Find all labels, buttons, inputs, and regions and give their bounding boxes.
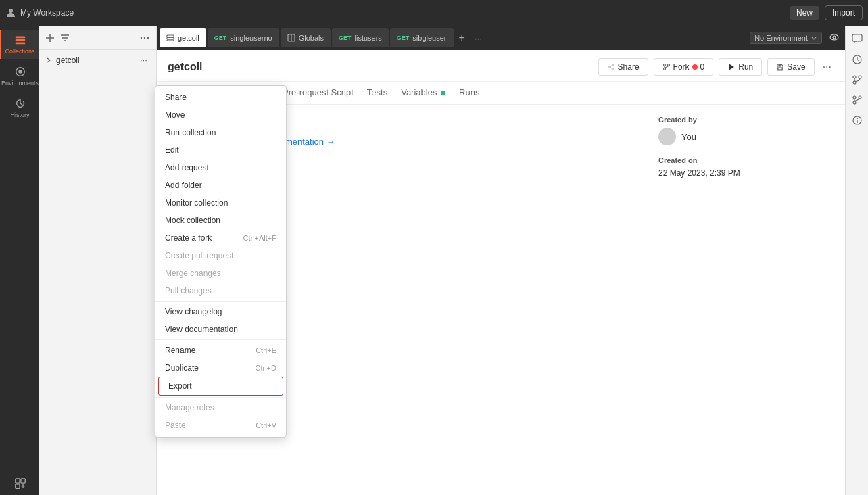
share-button[interactable]: Share — [598, 58, 648, 76]
sidebar-item-workspaces[interactable] — [0, 473, 39, 495]
svg-point-5 — [18, 70, 22, 73]
menu-item-view-changelog[interactable]: View changelog — [155, 303, 286, 321]
right-sidebar-history[interactable] — [849, 51, 865, 68]
history-label: History — [10, 112, 29, 118]
svg-line-33 — [665, 66, 669, 68]
tab-runs[interactable]: Runs — [459, 82, 479, 104]
request-title: getcoll — [168, 61, 593, 73]
right-sidebar — [845, 26, 868, 495]
menu-item-share[interactable]: Share — [155, 89, 286, 106]
tab-globals[interactable]: Globals — [281, 28, 331, 47]
menu-item-mock-collection[interactable]: Mock collection — [155, 212, 286, 229]
created-date: 22 May 2023, 2:39 PM — [658, 168, 834, 178]
svg-point-16 — [147, 37, 149, 38]
svg-line-27 — [610, 66, 612, 66]
svg-point-23 — [833, 36, 836, 39]
tabs-bar: getcoll GET singleuserno Globals GET lis… — [157, 26, 845, 50]
tab-getcoll[interactable]: getcoll — [160, 28, 206, 47]
fork-button[interactable]: Fork 0 — [654, 58, 714, 76]
filter-icon — [60, 33, 70, 43]
env-quick-look-button[interactable] — [826, 30, 842, 46]
svg-point-39 — [853, 76, 856, 78]
save-icon — [776, 63, 784, 71]
menu-item-monitor-collection[interactable]: Monitor collection — [155, 194, 286, 212]
share-icon — [607, 63, 615, 71]
svg-rect-7 — [20, 479, 24, 483]
avatar — [658, 128, 676, 145]
svg-point-25 — [608, 66, 610, 68]
svg-rect-37 — [852, 34, 862, 41]
tab-singleuser[interactable]: GET singleuserno — [208, 28, 279, 47]
creator-name: You — [681, 132, 696, 142]
sidebar-item-environments[interactable]: Environments — [0, 62, 39, 91]
sidebar-item-collections[interactable]: Collections — [0, 30, 39, 59]
workspaces-icon — [14, 477, 26, 490]
menu-item-export[interactable]: Export — [158, 377, 283, 396]
svg-point-41 — [859, 76, 861, 78]
svg-rect-19 — [167, 40, 174, 41]
add-tab-button[interactable]: + — [455, 30, 469, 45]
collection-tab-icon — [166, 34, 174, 42]
menu-item-move[interactable]: Move — [155, 106, 286, 124]
add-collection-button[interactable] — [44, 32, 56, 44]
menu-item-add-request[interactable]: Add request — [155, 159, 286, 176]
menu-item-view-documentation[interactable]: View documentation — [155, 321, 286, 338]
more-tabs-button[interactable]: ··· — [471, 32, 486, 45]
save-button[interactable]: Save — [767, 58, 814, 76]
sidebar-item-history[interactable]: History — [0, 93, 39, 122]
right-sidebar-comments[interactable] — [849, 31, 865, 47]
titlebar: My Workspace New Import — [0, 0, 868, 26]
run-button[interactable]: Run — [719, 58, 762, 76]
menu-item-pull-changes: Pull changes — [155, 282, 286, 300]
svg-rect-3 — [15, 43, 24, 45]
svg-rect-36 — [778, 68, 782, 70]
clock-icon — [852, 54, 863, 65]
created-by-section: Created by You — [658, 116, 834, 145]
tabs-right: No Environment — [750, 30, 842, 46]
tab-pre-request-script[interactable]: Pre-request Script — [283, 82, 354, 104]
more-options-button[interactable]: ··· — [820, 60, 834, 74]
menu-item-run-collection[interactable]: Run collection — [155, 124, 286, 141]
header-actions: Share Fork 0 Run — [598, 58, 834, 76]
collection-meta: Created by You Created on 22 May 2023, 2… — [658, 116, 834, 484]
collection-item[interactable]: getcoll ··· — [39, 50, 156, 70]
tab-tests[interactable]: Tests — [367, 82, 387, 104]
environments-icon — [14, 66, 26, 78]
svg-point-0 — [9, 9, 13, 13]
globals-tab-icon — [287, 34, 295, 42]
collections-panel: getcoll ··· Share Move Run collection Ed… — [39, 26, 157, 495]
menu-divider-3 — [155, 397, 286, 398]
context-menu: Share Move Run collection Edit Add reque… — [155, 85, 287, 438]
workspace-name: My Workspace — [20, 8, 74, 18]
svg-rect-1 — [15, 37, 24, 39]
menu-item-edit[interactable]: Edit — [155, 141, 286, 159]
filter-button[interactable] — [59, 32, 71, 44]
pull-request-icon — [852, 74, 863, 85]
import-button[interactable]: Import — [825, 5, 863, 20]
tab-variables[interactable]: Variables — [401, 82, 445, 104]
tab-listusers[interactable]: GET listusers — [332, 28, 389, 47]
menu-divider-2 — [155, 339, 286, 340]
right-sidebar-info[interactable] — [849, 112, 865, 128]
svg-point-44 — [859, 96, 861, 99]
menu-item-create-fork[interactable]: Create a fork Ctrl+Alt+F — [155, 229, 286, 247]
chevron-down-icon — [811, 34, 817, 41]
right-sidebar-forks[interactable] — [849, 92, 865, 108]
environment-selector[interactable]: No Environment — [750, 32, 822, 44]
svg-point-49 — [857, 118, 857, 119]
right-sidebar-pull-requests[interactable] — [849, 72, 865, 88]
svg-rect-8 — [15, 484, 19, 488]
menu-item-rename[interactable]: Rename Ctrl+E — [155, 341, 286, 359]
menu-item-add-folder[interactable]: Add folder — [155, 176, 286, 194]
more-collections-button[interactable] — [139, 32, 151, 44]
eye-icon — [829, 32, 840, 43]
fork-count: 0 — [700, 62, 705, 72]
request-header: getcoll Share Fork 0 — [157, 50, 845, 82]
menu-divider-1 — [155, 301, 286, 302]
menu-item-duplicate[interactable]: Duplicate Ctrl+D — [155, 359, 286, 377]
new-button[interactable]: New — [790, 6, 819, 20]
user-icon — [5, 7, 16, 18]
collection-more-button[interactable]: ··· — [138, 54, 149, 66]
run-icon — [727, 63, 736, 71]
tab-sibgleuser[interactable]: GET sibgleuser — [390, 28, 454, 47]
